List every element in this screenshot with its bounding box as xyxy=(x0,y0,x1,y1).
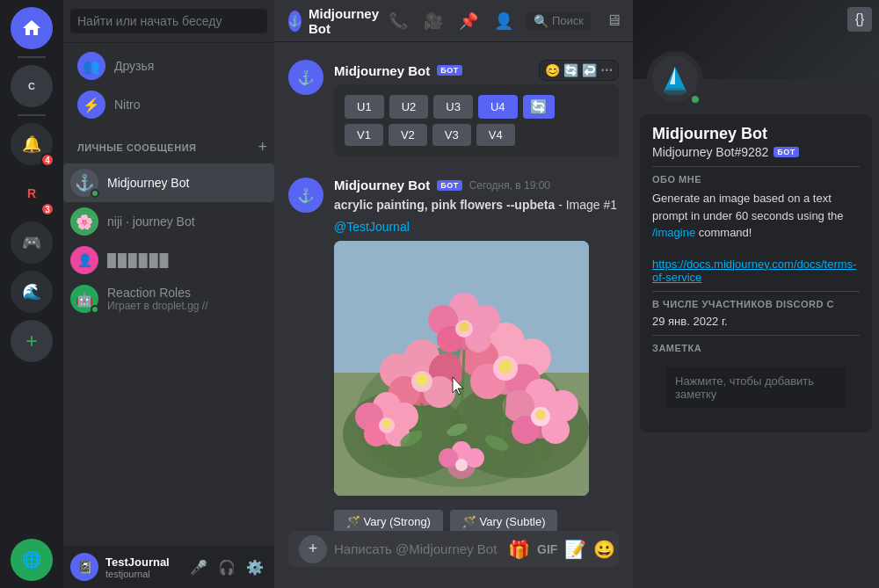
input-icons: 🎁 GIF 📝 😀 xyxy=(508,539,615,560)
divider-3 xyxy=(652,335,860,336)
channel-sidebar: 👥 Друзья ⚡ Nitro ЛИЧНЫЕ СООБЩЕНИЯ + ⚓ Mi… xyxy=(63,0,274,588)
server-separator xyxy=(18,56,46,58)
inbox-icon[interactable]: 🖥 xyxy=(601,9,626,33)
home-button[interactable] xyxy=(11,7,53,49)
server-item[interactable]: С xyxy=(11,65,53,107)
add-dm-button[interactable]: + xyxy=(258,138,267,156)
smile-react-btn[interactable]: 😊 xyxy=(545,63,560,77)
settings-button[interactable]: ⚙️ xyxy=(243,555,267,579)
nitro-icon: ⚡ xyxy=(77,91,105,119)
tos-link[interactable]: https://docs.midjourney.com/docs/terms-o… xyxy=(652,258,860,284)
prev-msg-header-row: Midjourney Bot БОТ 😊 🔄 ↩️ ⋯ xyxy=(334,60,619,81)
mention-text[interactable]: @TestJournal xyxy=(334,220,619,234)
online-indicator-rr xyxy=(91,305,99,314)
reaction-roles-sub: Играет в droplet.gg // xyxy=(107,300,208,312)
react-btn-2[interactable]: 🔄 xyxy=(563,63,578,77)
pin-icon[interactable]: 📌 xyxy=(456,9,481,33)
main-msg-time: Сегодня, в 19:00 xyxy=(469,179,550,192)
dm-item-reaction-roles[interactable]: 🤖 Reaction Roles Играет в droplet.gg // xyxy=(63,279,274,318)
server-badge-3: 3 xyxy=(40,202,54,216)
server-separator-2 xyxy=(18,114,46,116)
note-field[interactable]: Нажмите, чтобы добавить заметку xyxy=(666,367,846,408)
main-content: ⚓ Midjourney Bot 📞 🎥 📌 👤 🔍 Поиск 🖥 ❓ ⚓ xyxy=(274,0,633,588)
midjourney-name: Midjourney Bot xyxy=(107,176,189,190)
friends-item[interactable]: 👥 Друзья xyxy=(70,47,267,85)
profile-name: Midjourney Bot xyxy=(652,125,860,143)
discord-since-date: 29 янв. 2022 г. xyxy=(652,315,860,328)
server-icon-с[interactable]: С xyxy=(11,65,53,107)
u3-button[interactable]: U3 xyxy=(433,95,473,119)
server-icon-game[interactable]: 🎮 xyxy=(11,221,53,264)
chat-input-area: + 🎁 GIF 📝 😀 xyxy=(274,531,633,588)
chat-input[interactable] xyxy=(334,531,501,567)
imagine-command[interactable]: /imagine xyxy=(652,226,695,239)
prev-buttons-container: U1 U2 U3 U4 🔄 V1 V2 V3 V4 xyxy=(334,84,619,156)
server-item-3[interactable]: R 3 xyxy=(11,172,53,214)
divider-2 xyxy=(652,291,860,292)
gif-icon[interactable]: GIF xyxy=(537,542,557,556)
reaction-roles-avatar: 🤖 xyxy=(70,285,98,313)
v4-button[interactable]: V4 xyxy=(476,124,515,146)
vary-subtle-button[interactable]: 🪄 Vary (Subtle) xyxy=(450,510,558,531)
prev-msg-author: Midjourney Bot xyxy=(334,63,430,78)
v1-button[interactable]: V1 xyxy=(345,124,383,146)
username: TestJournal xyxy=(105,555,179,569)
server-badge: 4 xyxy=(40,153,54,167)
msg-text-bold: acrylic painting, pink flowers --upbeta xyxy=(334,198,555,212)
svg-text:R: R xyxy=(27,186,36,200)
mute-button[interactable]: 🎤 xyxy=(186,555,211,579)
v2-button[interactable]: V2 xyxy=(389,124,427,146)
u4-button[interactable]: U4 xyxy=(478,95,518,119)
deafen-button[interactable]: 🎧 xyxy=(214,555,239,579)
u1-button[interactable]: U1 xyxy=(345,95,384,119)
reaction-roles-name: Reaction Roles xyxy=(107,286,208,300)
server-item-5[interactable]: 🌊 xyxy=(11,271,53,313)
online-indicator xyxy=(91,189,99,198)
video-icon[interactable]: 🎥 xyxy=(421,9,446,33)
add-friend-icon[interactable]: 👤 xyxy=(491,9,516,33)
server-item-2[interactable]: 🔔 4 xyxy=(11,123,53,165)
niji-name: niji · journey Bot xyxy=(107,214,195,229)
midjourney-avatar: ⚓ xyxy=(70,169,98,197)
reply-btn[interactable]: ↩️ xyxy=(582,63,597,77)
divider-1 xyxy=(652,166,860,167)
svg-rect-60 xyxy=(334,241,589,496)
online-status-dot xyxy=(689,93,701,105)
sticker-icon[interactable]: 📝 xyxy=(564,539,586,560)
add-server-button[interactable]: + xyxy=(11,320,53,362)
user-panel: 📓 TestJournal testjournal 🎤 🎧 ⚙️ xyxy=(63,546,274,588)
gift-icon[interactable]: 🎁 xyxy=(508,539,530,560)
vary-strong-button[interactable]: 🪄 Vary (Strong) xyxy=(334,510,443,531)
v3-button[interactable]: V3 xyxy=(432,124,471,146)
chat-input-box: + 🎁 GIF 📝 😀 xyxy=(288,531,619,567)
discord-since-section: В ЧИСЛЕ УЧАСТНИКОВ DISCORD С 29 янв. 202… xyxy=(652,299,860,328)
more-btn[interactable]: ⋯ xyxy=(600,63,613,77)
code-icon[interactable]: {} xyxy=(847,7,872,32)
main-msg-header: Midjourney Bot БОТ Сегодня, в 19:00 xyxy=(334,178,619,192)
painting-image[interactable] xyxy=(334,241,589,496)
dm-item-midjourney[interactable]: ⚓ Midjourney Bot xyxy=(63,163,274,202)
dm-item-private[interactable]: 👤 ██████ xyxy=(63,241,274,279)
search-input[interactable] xyxy=(70,9,267,33)
user-avatar: 📓 xyxy=(70,553,98,581)
search-box[interactable]: 🔍 Поиск xyxy=(527,12,591,30)
u-buttons-row: U1 U2 U3 U4 🔄 xyxy=(345,95,608,119)
action-buttons: 🪄 Vary (Strong) 🪄 Vary (Subtle) ✏️ Vary … xyxy=(334,503,619,531)
server-icon-wave[interactable]: 🌊 xyxy=(11,271,53,313)
server-item-4[interactable]: 🎮 xyxy=(11,221,53,264)
u2-button[interactable]: U2 xyxy=(389,95,429,119)
emoji-icon[interactable]: 😀 xyxy=(593,539,615,560)
bot-icon: ⚓ xyxy=(288,11,301,32)
explore-button[interactable]: 🌐 xyxy=(11,539,53,581)
dm-item-niji[interactable]: 🌸 niji · journey Bot xyxy=(63,202,274,241)
add-attachment-button[interactable]: + xyxy=(299,535,327,563)
nitro-item[interactable]: ⚡ Nitro xyxy=(70,85,267,124)
user-panel-icons: 🎤 🎧 ⚙️ xyxy=(186,555,267,579)
about-section: ОБО МНЕ Generate an image based on a tex… xyxy=(652,174,860,284)
prev-msg-header-left: Midjourney Bot БОТ xyxy=(334,63,462,78)
dm-section: 👥 Друзья ⚡ Nitro xyxy=(63,43,274,127)
refresh-btn[interactable]: 🔄 xyxy=(523,95,555,119)
about-title: ОБО МНЕ xyxy=(652,174,860,185)
call-icon[interactable]: 📞 xyxy=(386,9,410,33)
note-title: ЗАМЕТКА xyxy=(652,343,860,353)
